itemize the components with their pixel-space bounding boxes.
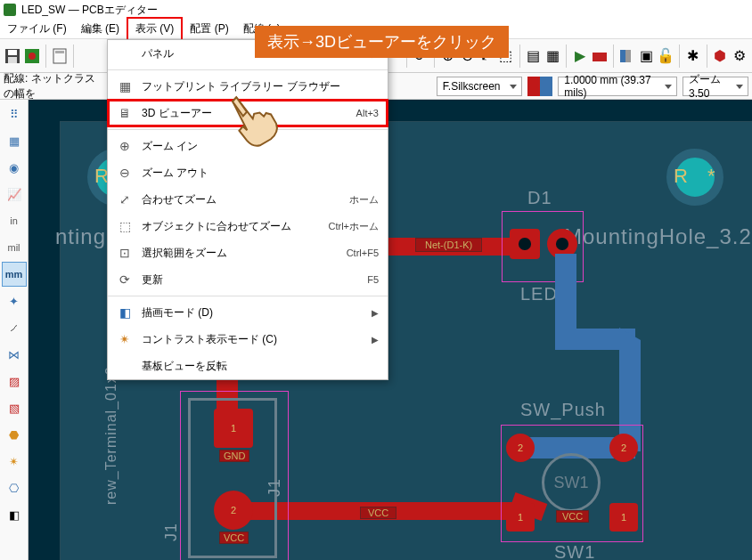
chevron-right-icon: ▶: [372, 335, 379, 345]
sw1-vcc: VCC: [556, 510, 589, 523]
grid-dots-button[interactable]: ⠿: [2, 101, 27, 126]
d1-pad1: [510, 229, 540, 259]
svg-rect-2: [8, 57, 17, 63]
board-setup-button[interactable]: [23, 43, 41, 69]
j1-pad2: 2: [214, 491, 253, 530]
layer-selector[interactable]: F.Silkscreen: [437, 77, 522, 96]
window-titlebar: LED_SW — PCBエディター: [0, 0, 752, 20]
library-icon: ▦: [115, 79, 135, 93]
j1-vcc: VCC: [219, 532, 249, 544]
menu-place[interactable]: 配置 (P): [183, 19, 235, 39]
units-in-button[interactable]: in: [2, 208, 27, 233]
left-toolbar: ⠿ ▦ ◉ 📈 in mil mm ✦ ⟋ ⋈ ▨ ▧ ⬣ ✴ ⎔ ◧: [0, 100, 29, 560]
svg-rect-9: [625, 50, 631, 62]
annotation-callout: 表示→3Dビューアーをクリック: [255, 26, 509, 58]
sw1-pad-tl: 2: [506, 434, 535, 462]
layers-button[interactable]: [617, 43, 635, 69]
scripting-button[interactable]: ⬢: [711, 43, 729, 69]
ratsnest-curved-button[interactable]: ⋈: [2, 342, 27, 367]
menu-refresh[interactable]: ⟳ 更新 F5: [108, 266, 388, 293]
zone-hatch-button[interactable]: ▧: [2, 395, 27, 420]
zoom-selector[interactable]: ズーム 3.50: [683, 77, 748, 96]
draw-mode-icon: ◧: [115, 305, 135, 320]
svg-rect-1: [8, 50, 17, 55]
zoom-in-icon: ⊕: [115, 139, 135, 153]
drc-button[interactable]: [591, 43, 609, 69]
vcc-netlabel: VCC: [360, 507, 396, 519]
j1-gnd: GND: [219, 450, 249, 462]
polar-button[interactable]: ◉: [2, 155, 27, 180]
footprint-editor-button[interactable]: ▤: [524, 43, 542, 69]
menu-draw-mode[interactable]: ◧ 描画モード (D) ▶: [108, 299, 388, 326]
grid-selector[interactable]: 1.0000 mm (39.37 mils): [558, 77, 677, 96]
high-contrast-button[interactable]: ◧: [2, 502, 27, 527]
j1-pad1: 1: [214, 409, 253, 448]
sw1-pad-tr: 2: [609, 434, 638, 462]
zoom-obj-icon: ⬚: [115, 219, 135, 233]
chevron-right-icon: ▶: [372, 308, 379, 318]
menu-edit[interactable]: 編集 (E): [74, 19, 127, 39]
svg-rect-8: [620, 50, 625, 62]
zoom-out-icon: ⊖: [115, 166, 135, 180]
zoom-fit-icon: ⤢: [115, 192, 135, 207]
sw1-ref: SW_Push: [520, 400, 606, 420]
ratsnest-button[interactable]: ⟋: [2, 315, 27, 340]
j1-ref2: J1: [266, 478, 284, 497]
layer-swatch[interactable]: [527, 77, 552, 96]
footprint-browser-button[interactable]: ▦: [544, 43, 561, 69]
j1-ref: J1: [162, 523, 181, 541]
units-mm-button[interactable]: mm: [2, 262, 27, 287]
save-button[interactable]: [4, 43, 21, 69]
units-mil-button[interactable]: mil: [2, 235, 27, 260]
refresh-icon: ⟳: [115, 272, 135, 287]
monitor-icon: 🖥: [115, 106, 135, 120]
zone-button[interactable]: ▣: [637, 43, 655, 69]
contrast-icon: ✴: [115, 332, 135, 346]
zone-outline-button[interactable]: ▨: [2, 369, 27, 394]
menu-zoom-out[interactable]: ⊖ ズーム アウト: [108, 159, 388, 186]
menu-file[interactable]: ファイル (F): [0, 19, 74, 39]
unlocked-icon[interactable]: 🔓: [657, 43, 674, 69]
update-from-schematic-button[interactable]: ▶: [571, 43, 589, 69]
menu-zoom-fit[interactable]: ⤢ 合わせてズーム ホーム: [108, 186, 388, 213]
show-ratsnest-button[interactable]: ✱: [684, 43, 702, 69]
sw1-pad-br: 1: [609, 503, 638, 532]
mhole-ref-star: *: [707, 165, 715, 188]
sw1-pad-bl: 1: [506, 503, 535, 532]
graph-button[interactable]: 📈: [2, 182, 27, 207]
d1-ref: D1: [527, 188, 552, 208]
app-icon: [4, 4, 16, 16]
menu-zoom-sel[interactable]: ⊡ 選択範囲をズーム Ctrl+F5: [108, 239, 388, 266]
d1-value: LED: [520, 284, 558, 304]
track-width-label: 配線: ネットクラスの幅を: [4, 71, 96, 101]
zoom-sel-icon: ⊡: [115, 246, 135, 260]
menu-zoom-obj[interactable]: ⬚ オブジェクトに合わせてズーム Ctrl+ホーム: [108, 213, 388, 239]
svg-rect-7: [593, 53, 607, 61]
net-d1-k: Net-(D1-K): [415, 238, 482, 252]
mhole-ref-r2: R: [674, 165, 688, 188]
track-outline-button[interactable]: ⎔: [2, 475, 27, 500]
menu-flip-board[interactable]: 基板ビューを反転: [108, 353, 388, 379]
window-title: LED_SW — PCBエディター: [21, 3, 158, 18]
cursor-shape-button[interactable]: ✦: [2, 288, 27, 313]
sw1-silk-circle: SW1: [542, 453, 601, 512]
svg-rect-6: [55, 51, 64, 53]
grid-lines-button[interactable]: ▦: [2, 128, 27, 153]
pad-outline-button[interactable]: ⬣: [2, 422, 27, 447]
page-settings-button[interactable]: [51, 43, 69, 69]
sw1-value: SW1: [554, 542, 595, 560]
silk-mountinghole: MountingHole_3.2m: [564, 224, 752, 249]
menu-contrast-mode[interactable]: ✴ コントラスト表示モード (C) ▶: [108, 326, 388, 353]
svg-point-4: [29, 53, 36, 60]
plugin-button[interactable]: ⚙: [731, 43, 748, 69]
via-outline-button[interactable]: ✴: [2, 449, 27, 474]
menu-view[interactable]: 表示 (V): [127, 17, 183, 41]
